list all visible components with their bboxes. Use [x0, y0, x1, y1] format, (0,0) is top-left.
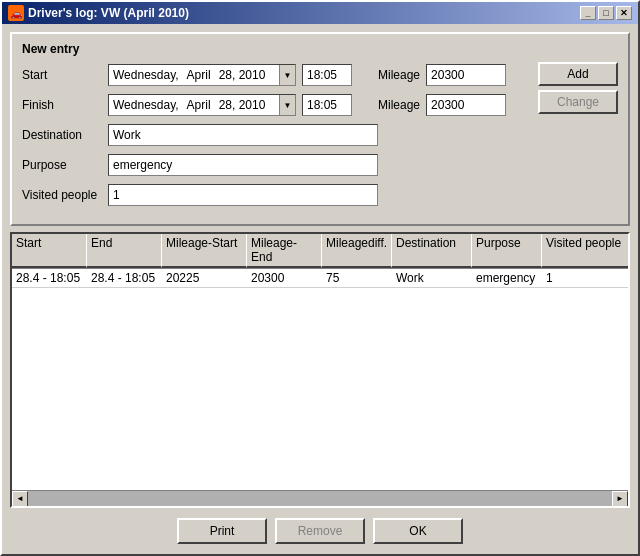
- finish-day: Wednesday,: [113, 98, 179, 112]
- close-button[interactable]: ✕: [616, 6, 632, 20]
- start-row: Start Wednesday, April 28, 2010 ▼ Mileag…: [22, 64, 618, 86]
- ok-button[interactable]: OK: [373, 518, 463, 544]
- title-bar-left: 🚗 Driver's log: VW (April 2010): [8, 5, 189, 21]
- table-cell: 20300: [247, 269, 322, 287]
- purpose-label: Purpose: [22, 158, 102, 172]
- table-cell: 1: [542, 269, 628, 287]
- form-panel: New entry Start Wednesday, April 28, 201…: [10, 32, 630, 226]
- table-cell: emergency: [472, 269, 542, 287]
- finish-time-input[interactable]: [302, 94, 352, 116]
- start-date-dropdown[interactable]: ▼: [279, 65, 295, 85]
- scroll-left-arrow[interactable]: ◄: [12, 491, 28, 507]
- scroll-track[interactable]: [28, 491, 612, 507]
- maximize-button[interactable]: □: [598, 6, 614, 20]
- table-header-cell[interactable]: Visited people: [542, 234, 630, 268]
- start-mileage-label: Mileage: [378, 68, 420, 82]
- window-title: Driver's log: VW (April 2010): [28, 6, 189, 20]
- bottom-buttons: Print Remove OK: [10, 514, 630, 546]
- finish-row: Finish Wednesday, April 28, 2010 ▼ Milea…: [22, 94, 618, 116]
- start-day: Wednesday,: [113, 68, 179, 82]
- add-button[interactable]: Add: [538, 62, 618, 86]
- finish-month: April: [187, 98, 211, 112]
- finish-date-text: Wednesday, April 28, 2010: [109, 96, 279, 114]
- table-header-cell[interactable]: Mileagediff.: [322, 234, 392, 268]
- title-buttons: _ □ ✕: [580, 6, 632, 20]
- visited-row: Visited people: [22, 184, 618, 206]
- start-mileage-input[interactable]: [426, 64, 506, 86]
- table-header-cell[interactable]: Destination: [392, 234, 472, 268]
- horizontal-scrollbar[interactable]: ◄ ►: [12, 490, 628, 506]
- title-bar: 🚗 Driver's log: VW (April 2010) _ □ ✕: [2, 2, 638, 24]
- finish-date-input[interactable]: Wednesday, April 28, 2010 ▼: [108, 94, 296, 116]
- table-header: StartEndMileage-StartMileage-EndMileaged…: [12, 234, 628, 269]
- table-header-cell[interactable]: Mileage-End: [247, 234, 322, 268]
- destination-row: Destination: [22, 124, 618, 146]
- print-button[interactable]: Print: [177, 518, 267, 544]
- destination-label: Destination: [22, 128, 102, 142]
- minimize-button[interactable]: _: [580, 6, 596, 20]
- start-time-input[interactable]: [302, 64, 352, 86]
- table-header-cell[interactable]: Start: [12, 234, 87, 268]
- finish-mileage-input[interactable]: [426, 94, 506, 116]
- change-button[interactable]: Change: [538, 90, 618, 114]
- remove-button[interactable]: Remove: [275, 518, 365, 544]
- table-row[interactable]: 28.4 - 18:0528.4 - 18:05202252030075Work…: [12, 269, 628, 288]
- table-cell: 28.4 - 18:05: [12, 269, 87, 287]
- purpose-row: Purpose: [22, 154, 618, 176]
- window-body: New entry Start Wednesday, April 28, 201…: [2, 24, 638, 554]
- finish-label: Finish: [22, 98, 102, 112]
- start-date: 28, 2010: [219, 68, 266, 82]
- purpose-input[interactable]: [108, 154, 378, 176]
- visited-label: Visited people: [22, 188, 102, 202]
- table-header-cell[interactable]: Purpose: [472, 234, 542, 268]
- table-header-cell[interactable]: Mileage-Start: [162, 234, 247, 268]
- table-cell: Work: [392, 269, 472, 287]
- table-header-cell[interactable]: End: [87, 234, 162, 268]
- data-table: StartEndMileage-StartMileage-EndMileaged…: [10, 232, 630, 508]
- finish-date: 28, 2010: [219, 98, 266, 112]
- side-buttons: Add Change: [538, 62, 618, 114]
- visited-input[interactable]: [108, 184, 378, 206]
- app-icon: 🚗: [8, 5, 24, 21]
- main-window: 🚗 Driver's log: VW (April 2010) _ □ ✕ Ne…: [0, 0, 640, 556]
- table-cell: 20225: [162, 269, 247, 287]
- panel-title: New entry: [22, 42, 618, 56]
- table-body[interactable]: 28.4 - 18:0528.4 - 18:05202252030075Work…: [12, 269, 628, 490]
- start-date-text: Wednesday, April 28, 2010: [109, 66, 279, 84]
- start-label: Start: [22, 68, 102, 82]
- start-month: April: [187, 68, 211, 82]
- table-cell: 75: [322, 269, 392, 287]
- finish-date-dropdown[interactable]: ▼: [279, 95, 295, 115]
- start-date-input[interactable]: Wednesday, April 28, 2010 ▼: [108, 64, 296, 86]
- finish-mileage-label: Mileage: [378, 98, 420, 112]
- table-cell: 28.4 - 18:05: [87, 269, 162, 287]
- destination-input[interactable]: [108, 124, 378, 146]
- scroll-right-arrow[interactable]: ►: [612, 491, 628, 507]
